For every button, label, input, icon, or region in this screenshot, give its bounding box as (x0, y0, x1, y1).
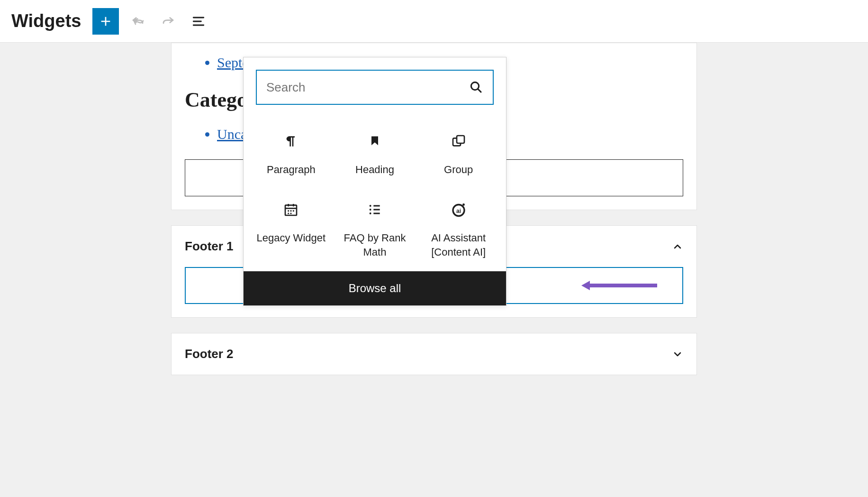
block-label: Paragraph (267, 163, 316, 177)
widget-area-header[interactable]: Footer 2 (172, 333, 696, 375)
svg-point-8 (290, 212, 292, 214)
block-item-legacy-widget[interactable]: Legacy Widget (250, 195, 332, 262)
block-label: Legacy Widget (257, 231, 326, 245)
svg-text:ai: ai (456, 208, 461, 214)
svg-point-6 (293, 210, 294, 212)
block-item-ai-assistant[interactable]: ai AI Assistant [Content AI] (417, 195, 499, 262)
plus-icon (98, 14, 113, 29)
block-label: Heading (355, 163, 394, 177)
arrow-annotation (581, 280, 657, 291)
browse-all-button[interactable]: Browse all (244, 271, 506, 305)
svg-point-4 (288, 210, 289, 212)
svg-rect-2 (457, 136, 464, 143)
search-icon (469, 80, 483, 94)
block-label: Group (444, 163, 473, 177)
block-item-heading[interactable]: Heading (334, 127, 416, 193)
list-icon (367, 202, 382, 217)
block-item-paragraph[interactable]: Paragraph (250, 127, 332, 193)
redo-icon (161, 14, 175, 28)
add-block-button[interactable] (92, 8, 119, 35)
ai-icon: ai (450, 201, 467, 218)
undo-icon (131, 14, 145, 28)
block-item-group[interactable]: Group (417, 127, 499, 193)
widget-area-title: Footer 2 (185, 347, 234, 361)
svg-point-10 (370, 209, 371, 211)
page-title: Widgets (11, 11, 81, 31)
block-label: AI Assistant [Content AI] (419, 231, 497, 259)
chevron-down-icon (672, 349, 683, 360)
search-box (256, 70, 494, 105)
svg-point-7 (288, 212, 289, 214)
block-label: FAQ by Rank Math (336, 231, 414, 259)
search-input[interactable] (266, 80, 469, 95)
svg-point-13 (462, 203, 465, 206)
widget-area-title: Footer 1 (185, 239, 234, 254)
footer-2-widget-area: Footer 2 (171, 333, 697, 375)
undo-button[interactable] (127, 10, 149, 33)
block-inserter-popover: Paragraph Heading Group (243, 57, 506, 306)
list-view-icon (191, 14, 206, 29)
group-icon (451, 134, 466, 149)
list-view-button[interactable] (187, 10, 210, 33)
top-toolbar: Widgets (0, 0, 868, 43)
svg-point-11 (370, 212, 371, 214)
svg-point-5 (290, 210, 292, 212)
block-item-faq-rank-math[interactable]: FAQ by Rank Math (334, 195, 416, 262)
content-area: September 2023 Categories Uncategorized … (0, 43, 868, 375)
chevron-up-icon (672, 241, 683, 252)
blocks-grid: Paragraph Heading Group (244, 112, 506, 271)
heading-icon (368, 134, 381, 149)
paragraph-icon (283, 134, 298, 149)
svg-point-9 (370, 205, 371, 207)
redo-button[interactable] (157, 10, 180, 33)
calendar-icon (283, 202, 298, 217)
